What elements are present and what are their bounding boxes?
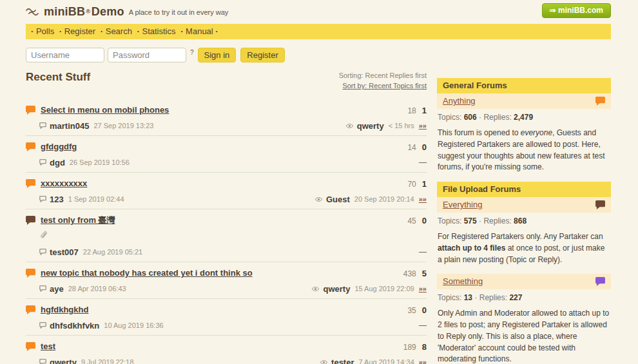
- topic-views-count: 45: [407, 216, 416, 225]
- forum-stats: Topics: 13 · Replies: 227: [438, 293, 611, 302]
- topic-author[interactable]: dhfsdkhfvkn: [50, 321, 99, 330]
- topic-replies-count: 0: [422, 142, 427, 152]
- last-poster[interactable]: qwerty: [357, 121, 384, 131]
- password-input[interactable]: [108, 48, 186, 62]
- topic-bubble-icon: [26, 216, 35, 225]
- topic-bubble-icon: [26, 142, 35, 151]
- attachment-paperclip-icon: [41, 231, 48, 240]
- topic-date: 9 Jul 2019 22:18: [81, 358, 133, 364]
- topic-title-link[interactable]: test only from 臺灣: [41, 215, 115, 226]
- topic-replies-count: 5: [422, 269, 427, 278]
- topic-title-link[interactable]: xxxxxxxxxx: [41, 178, 87, 188]
- sign-in-button[interactable]: Sign in: [198, 48, 237, 62]
- topic-date: 28 Apr 2019 06:43: [68, 285, 126, 292]
- site-header: miniBB®Demo A place to try it out in eve…: [26, 0, 611, 18]
- author-comment-icon: [39, 122, 46, 129]
- nav-item-search[interactable]: Search: [101, 26, 132, 36]
- forum-bubble-icon: [595, 200, 605, 209]
- topic-author[interactable]: test007: [50, 247, 79, 257]
- topic-row: hgfdkhgkhd 350 dhfsdkhfvkn 10 Aug 2019 1…: [26, 299, 427, 336]
- main-nav: Polls Register Search Statistics Manual: [26, 24, 611, 39]
- forum-description: This forum is opened to everyone, Guests…: [438, 128, 611, 173]
- forum-row-anything[interactable]: Anything: [437, 93, 611, 109]
- author-comment-icon: [39, 196, 46, 202]
- no-replies-dash: —: [419, 247, 427, 256]
- last-reply-time: 15 Aug 2019 22:09: [354, 285, 414, 292]
- jump-to-last-reply-link[interactable]: »»: [419, 195, 427, 203]
- last-reply-time: < 15 hrs: [389, 122, 414, 129]
- topic-author[interactable]: aye: [50, 284, 64, 294]
- forum-bubble-icon: [595, 277, 605, 286]
- topic-row: test 1898 qwerty 9 Jul 2019 22:18 tester…: [26, 336, 427, 364]
- minibb-com-button[interactable]: ⇒ miniBB.com: [542, 3, 611, 18]
- last-poster[interactable]: qwerty: [323, 284, 350, 294]
- last-reply-eye-icon: [320, 359, 328, 364]
- register-button[interactable]: Register: [240, 48, 284, 62]
- forum-link[interactable]: Everything: [443, 200, 482, 209]
- last-poster[interactable]: tester: [331, 358, 354, 364]
- topic-title-link[interactable]: test: [41, 341, 55, 351]
- topic-author[interactable]: 123: [50, 195, 64, 204]
- forum-description: For Registered Partakers only. Any Parta…: [438, 231, 611, 265]
- topic-date: 26 Sep 2019 10:56: [70, 158, 130, 166]
- topic-author[interactable]: dgd: [50, 158, 65, 168]
- topic-views-count: 35: [407, 306, 416, 315]
- author-comment-icon: [39, 359, 46, 364]
- topic-bubble-icon: [26, 269, 35, 278]
- topic-bubble-icon: [26, 305, 35, 314]
- jump-to-last-reply-link[interactable]: »»: [419, 122, 427, 129]
- forum-link[interactable]: Anything: [443, 96, 476, 106]
- topic-date: 1 Sep 2019 02:44: [68, 195, 124, 203]
- nav-item-polls[interactable]: Polls: [31, 26, 54, 36]
- page-container: miniBB®Demo A place to try it out in eve…: [26, 0, 611, 364]
- topic-title-link[interactable]: gfdggdfg: [41, 142, 77, 151]
- content-area: Recent Stuff Sorting: Recent Replies fir…: [26, 71, 611, 364]
- forum-description: Only Admin and Moderator allowed to atta…: [438, 308, 611, 364]
- author-comment-icon: [39, 322, 46, 329]
- topic-author[interactable]: qwerty: [50, 358, 77, 364]
- topic-replies-count: 8: [422, 342, 427, 352]
- topic-replies-count: 0: [422, 216, 427, 225]
- minibb-logo-icon: [26, 7, 41, 16]
- topic-replies-count: 1: [422, 179, 427, 189]
- forum-row-something[interactable]: Something: [437, 274, 611, 289]
- topic-row: xxxxxxxxxx 701 123 1 Sep 2019 02:44 Gues…: [26, 173, 427, 209]
- site-tagline: A place to try it out in every way: [129, 8, 229, 16]
- topic-views-count: 70: [407, 180, 416, 189]
- forum-bubble-icon: [595, 97, 605, 106]
- sort-by-topics-link[interactable]: Sort by: Recent Topics first: [342, 81, 427, 91]
- topic-title-link[interactable]: hgfdkhgkhd: [41, 305, 88, 314]
- last-reply-eye-icon: [314, 196, 323, 202]
- no-replies-dash: —: [419, 321, 427, 330]
- registered-mark: ®: [86, 8, 90, 15]
- topic-views-count: 438: [403, 269, 416, 278]
- jump-to-last-reply-link[interactable]: »»: [419, 358, 427, 364]
- topic-author[interactable]: martin045: [50, 121, 89, 131]
- forum-row-everything[interactable]: Everything: [437, 197, 611, 213]
- author-comment-icon: [39, 285, 46, 292]
- topic-replies-count: 0: [422, 305, 427, 315]
- topic-date: 22 Aug 2019 05:21: [83, 248, 142, 256]
- recent-topics-column: Recent Stuff Sorting: Recent Replies fir…: [26, 71, 427, 364]
- last-poster[interactable]: Guest: [326, 195, 350, 204]
- nav-item-statistics[interactable]: Statistics: [137, 26, 176, 36]
- topic-replies-count: 1: [422, 106, 427, 115]
- forum-link[interactable]: Something: [443, 276, 483, 286]
- nav-item-manual[interactable]: Manual: [180, 26, 218, 36]
- jump-to-last-reply-link[interactable]: »»: [419, 285, 427, 292]
- login-help-link[interactable]: ?: [190, 49, 194, 56]
- topic-views-count: 14: [407, 143, 416, 152]
- sorting-current-label: Sorting: Recent Replies first: [339, 72, 427, 79]
- page-title: Recent Stuff: [26, 71, 90, 84]
- topic-title-link[interactable]: Select in menu on mobil phones: [41, 105, 169, 115]
- topic-title-link[interactable]: new topic that nobody has created yet i …: [41, 268, 253, 278]
- forum-stats: Topics: 575 · Replies: 868: [438, 216, 611, 225]
- brand-demo: Demo: [92, 5, 124, 19]
- topic-row: Select in menu on mobil phones 181 marti…: [26, 99, 427, 136]
- nav-item-register[interactable]: Register: [59, 26, 95, 36]
- username-input[interactable]: [26, 48, 104, 62]
- topic-row: gfdggdfg 140 dgd 26 Sep 2019 10:56 —: [26, 136, 427, 173]
- last-reply-eye-icon: [345, 123, 354, 129]
- topic-bubble-icon: [26, 106, 35, 115]
- last-reply-time: 7 Aug 2019 14:34: [359, 358, 414, 364]
